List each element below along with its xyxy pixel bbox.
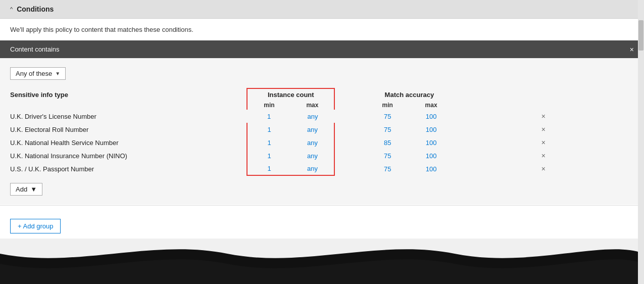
table-row: U.K. National Health Service Number 1 an… bbox=[10, 136, 634, 149]
match-max[interactable]: 100 bbox=[409, 136, 453, 149]
match-min[interactable]: 75 bbox=[366, 162, 409, 175]
type-name: U.S. / U.K. Passport Number bbox=[10, 162, 247, 175]
conditions-header: ^ Conditions bbox=[0, 0, 644, 19]
match-max[interactable]: 100 bbox=[409, 162, 453, 175]
card-header: Content contains × bbox=[0, 40, 644, 58]
close-button[interactable]: × bbox=[630, 46, 634, 53]
add-dropdown[interactable]: Add ▼ bbox=[10, 183, 42, 196]
instance-max[interactable]: any bbox=[291, 136, 334, 149]
match-max[interactable]: 100 bbox=[409, 149, 453, 162]
col-header-match-accuracy: Match accuracy bbox=[366, 88, 453, 101]
match-min[interactable]: 75 bbox=[366, 123, 409, 136]
instance-min[interactable]: 1 bbox=[247, 162, 290, 175]
col-spacer-2 bbox=[453, 88, 634, 101]
sub-col-match-max: max bbox=[409, 101, 453, 110]
instance-min[interactable]: 1 bbox=[247, 123, 290, 136]
instance-max[interactable]: any bbox=[291, 123, 334, 136]
type-name: U.K. National Insurance Number (NINO) bbox=[10, 149, 247, 162]
card-body: Any of these ▼ Sensitive info type bbox=[0, 58, 644, 205]
table-row: U.K. Electoral Roll Number 1 any 75 100 … bbox=[10, 123, 634, 136]
remove-button[interactable]: × bbox=[453, 149, 634, 162]
wave-graphic bbox=[0, 239, 644, 284]
remove-button[interactable]: × bbox=[453, 123, 634, 136]
type-name: U.K. Driver's License Number bbox=[10, 110, 247, 123]
any-of-these-dropdown[interactable]: Any of these ▼ bbox=[10, 67, 66, 80]
instance-min[interactable]: 1 bbox=[247, 136, 290, 149]
card-header-title: Content contains bbox=[10, 45, 60, 53]
add-group-row: + Add group bbox=[0, 205, 644, 239]
content-contains-card: Content contains × Any of these ▼ bbox=[0, 40, 644, 205]
remove-button[interactable]: × bbox=[453, 136, 634, 149]
match-min[interactable]: 75 bbox=[366, 110, 409, 123]
spacer-col bbox=[334, 162, 366, 175]
spacer-col bbox=[334, 110, 366, 123]
remove-button[interactable]: × bbox=[453, 162, 634, 175]
instance-min[interactable]: 1 bbox=[247, 149, 290, 162]
instance-max[interactable]: any bbox=[291, 162, 334, 175]
bottom-wave bbox=[0, 239, 644, 284]
type-name: U.K. National Health Service Number bbox=[10, 136, 247, 149]
description-text: We'll apply this policy to content that … bbox=[10, 26, 193, 33]
table-body: U.K. Driver's License Number 1 any 75 10… bbox=[10, 110, 634, 175]
scrollbar-track[interactable] bbox=[638, 0, 644, 284]
col-header-sensitive-info-type: Sensitive info type bbox=[10, 88, 247, 101]
sub-col-spacer bbox=[334, 101, 366, 110]
table-row: U.K. National Insurance Number (NINO) 1 … bbox=[10, 149, 634, 162]
table-header-row: Sensitive info type Instance count Match… bbox=[10, 88, 634, 101]
conditions-title: Conditions bbox=[17, 5, 54, 13]
spacer-col bbox=[334, 149, 366, 162]
instance-max[interactable]: any bbox=[291, 110, 334, 123]
table-row: U.S. / U.K. Passport Number 1 any 75 100… bbox=[10, 162, 634, 175]
instance-min[interactable]: 1 bbox=[247, 110, 290, 123]
add-arrow: ▼ bbox=[30, 185, 37, 193]
scrollbar-thumb[interactable] bbox=[638, 20, 643, 51]
sub-col-empty bbox=[10, 101, 247, 110]
match-max[interactable]: 100 bbox=[409, 123, 453, 136]
sub-col-instance-max: max bbox=[291, 101, 334, 110]
match-max[interactable]: 100 bbox=[409, 110, 453, 123]
description-row: We'll apply this policy to content that … bbox=[0, 19, 644, 40]
spacer-col bbox=[334, 136, 366, 149]
collapse-icon[interactable]: ^ bbox=[10, 6, 13, 12]
col-header-instance-count: Instance count bbox=[247, 88, 334, 101]
add-label: Add bbox=[16, 185, 27, 193]
match-min[interactable]: 85 bbox=[366, 136, 409, 149]
add-group-button[interactable]: + Add group bbox=[10, 219, 61, 233]
table-row: U.K. Driver's License Number 1 any 75 10… bbox=[10, 110, 634, 123]
instance-max[interactable]: any bbox=[291, 149, 334, 162]
info-table: Sensitive info type Instance count Match… bbox=[10, 88, 634, 176]
sub-col-match-min: min bbox=[366, 101, 409, 110]
remove-button[interactable]: × bbox=[453, 110, 634, 123]
type-name: U.K. Electoral Roll Number bbox=[10, 123, 247, 136]
any-of-these-arrow: ▼ bbox=[55, 71, 60, 76]
any-of-these-label: Any of these bbox=[16, 70, 52, 77]
sub-header-row: min max min max bbox=[10, 101, 634, 110]
sub-col-end bbox=[453, 101, 634, 110]
spacer-col bbox=[334, 123, 366, 136]
match-min[interactable]: 75 bbox=[366, 149, 409, 162]
col-spacer-1 bbox=[334, 88, 366, 101]
sub-col-instance-min: min bbox=[247, 101, 290, 110]
